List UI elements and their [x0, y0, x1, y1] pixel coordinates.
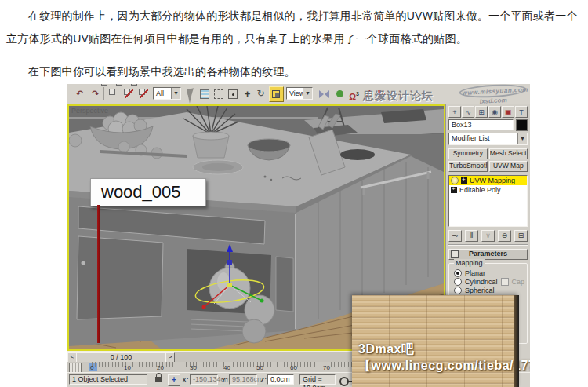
side-panel	[276, 257, 293, 312]
absolute-mode-icon[interactable]: +	[168, 374, 180, 386]
selection-region-icon[interactable]	[212, 87, 224, 100]
window-crossing-icon[interactable]	[227, 87, 238, 100]
select-and-manipulate-icon[interactable]	[334, 87, 346, 100]
modifier-buttons: Symmetry Mesh Select TurboSmooth UVW Map	[448, 148, 528, 172]
z-coordinate-field[interactable]: 0,0cm	[267, 374, 294, 385]
mapping-group-label: Mapping	[454, 259, 485, 267]
uvw-map-button[interactable]: UVW Map	[489, 161, 528, 172]
z-label: Z:	[260, 376, 267, 384]
mirror-icon[interactable]	[318, 87, 330, 100]
stack-row-editable-poly[interactable]: Editable Poly	[449, 185, 527, 195]
motion-tab-icon[interactable]: ◉	[488, 106, 501, 118]
tick-label: 20	[157, 364, 164, 371]
mapping-option-cylindrical[interactable]: Cylindrical Cap	[454, 277, 525, 286]
make-unique-button[interactable]: ∨	[481, 230, 495, 242]
display-tab-icon[interactable]: ▣	[502, 106, 514, 118]
undo-icon[interactable]: ↶	[74, 87, 85, 100]
radio-spherical[interactable]	[454, 287, 462, 294]
texture-name-callout: wood_005	[90, 178, 206, 206]
radio-label: Spherical	[465, 287, 495, 294]
select-and-move-icon[interactable]: +	[241, 87, 253, 100]
cap-checkbox[interactable]	[501, 278, 509, 286]
cap-checkbox-label: Cap	[512, 278, 525, 286]
door-knob	[82, 261, 85, 265]
key-icon[interactable]	[339, 377, 349, 386]
visibility-bulb-icon[interactable]	[451, 177, 459, 184]
modifier-stack: UVW Mapping Editable Poly	[448, 175, 528, 227]
dropdown-arrow-icon[interactable]: ▼	[171, 88, 180, 99]
tick-label: 70	[323, 364, 330, 371]
turbosmooth-button[interactable]: TurboSmooth	[448, 161, 488, 172]
tick-label: 50	[256, 364, 263, 371]
command-panel-tabs: + ∿ ⊞ ◉ ▣ T	[448, 106, 528, 118]
modifier-list-label: Modifier List	[452, 134, 490, 142]
expand-icon[interactable]	[451, 187, 457, 193]
selection-filter-dropdown[interactable]: All ▼	[153, 87, 181, 100]
callout-pointer-line	[97, 205, 100, 343]
radio-planar[interactable]	[454, 269, 462, 277]
viewport-label[interactable]: Perspective	[71, 107, 108, 115]
dropdown-arrow-icon[interactable]: ▼	[303, 88, 312, 99]
pin-stack-button[interactable]: ⊸	[448, 230, 462, 242]
source-caption: 3Dmax吧 【www.linecg.com/tieba/1771】	[358, 341, 530, 374]
remove-modifier-button[interactable]: ⊖	[498, 230, 511, 242]
y-coordinate-field[interactable]: 95,168cm	[229, 374, 257, 385]
tick-label: 30	[190, 364, 197, 371]
collapse-icon[interactable]: -	[451, 250, 459, 258]
utilities-tab-icon[interactable]: T	[515, 106, 528, 118]
select-and-scale-button-active[interactable]	[269, 86, 284, 102]
configure-sets-button[interactable]: ⊟	[514, 230, 528, 242]
y-label: Y:	[221, 376, 227, 384]
paragraph-1: 在纹理的制作上，因为大部分的物体的形状都是相似的，我打算用非常简单的UVW贴图来…	[6, 5, 585, 50]
gizmo-center	[227, 283, 232, 287]
cabinet-door-left	[77, 236, 163, 319]
selection-lock-icon[interactable]	[155, 377, 162, 382]
selection-status: 1 Object Selected	[69, 374, 147, 385]
stack-item-label: UVW Mapping	[470, 177, 515, 184]
snap-glyph: Ω	[349, 92, 356, 101]
object-name-field[interactable]: Box13	[448, 119, 514, 130]
dropdown-arrow-icon[interactable]: ▼	[517, 133, 527, 144]
radio-label: Cylindrical	[465, 278, 498, 286]
article-text: 在纹理的制作上，因为大部分的物体的形状都是相似的，我打算用非常简单的UVW贴图来…	[6, 5, 585, 83]
main-toolbar: ↶ ↷ All ▼ + ↻ View ▼ Ω3 ∠ %	[67, 84, 530, 106]
select-and-rotate-icon[interactable]: ↻	[255, 87, 267, 100]
grid-size-field: Grid = 10,0cm	[299, 374, 336, 385]
gizmo-x-tip	[202, 305, 206, 309]
tick-label: 10	[124, 364, 131, 371]
expand-icon[interactable]	[461, 177, 467, 184]
x-label: X:	[182, 376, 189, 384]
create-tab-icon[interactable]: +	[448, 106, 461, 118]
toolbar-separator	[103, 87, 104, 100]
modifier-list-dropdown[interactable]: Modifier List ▼	[448, 133, 528, 145]
sink-cutout	[340, 149, 375, 160]
mapping-option-planar[interactable]: Planar	[454, 268, 525, 277]
plate[interactable]	[193, 160, 243, 174]
gizmo-z-handle	[227, 260, 232, 265]
gizmo-y-tip	[260, 299, 264, 303]
bind-mark	[140, 89, 148, 98]
modify-tab-icon[interactable]: ∿	[462, 106, 474, 118]
radio-label: Planar	[465, 269, 485, 277]
object-color-swatch[interactable]	[516, 119, 528, 131]
mapping-option-spherical[interactable]: Spherical	[454, 286, 525, 294]
tick-label: 40	[223, 364, 230, 371]
snap-toggle-icon[interactable]: Ω3	[348, 87, 360, 100]
stack-toolbar: ⊸ ‖ ∨ ⊖ ⊟	[448, 229, 528, 246]
reference-coordinate-dropdown[interactable]: View ▼	[286, 87, 313, 100]
stack-row-uvw-mapping[interactable]: UVW Mapping	[449, 176, 527, 185]
unlink-slash	[125, 89, 133, 98]
hierarchy-tab-icon[interactable]: ⊞	[475, 106, 488, 118]
x-coordinate-field[interactable]: -150,134cm	[190, 374, 218, 385]
3dsmax-screenshot: ↶ ↷ All ▼ + ↻ View ▼ Ω3 ∠ %	[67, 84, 530, 387]
tutorial-page: 在纹理的制作上，因为大部分的物体的形状都是相似的，我打算用非常简单的UVW贴图来…	[0, 0, 588, 387]
stack-item-label: Editable Poly	[459, 186, 501, 194]
symmetry-button[interactable]: Symmetry	[448, 148, 488, 159]
wood-texture-preview: 3Dmax吧 【www.linecg.com/tieba/1771】	[352, 295, 519, 387]
paragraph-2: 在下图中你可以看到场景中我选出的各种物体的纹理。	[6, 60, 585, 83]
redo-icon[interactable]: ↷	[89, 87, 101, 100]
show-end-result-button[interactable]: ‖	[465, 230, 478, 242]
radio-cylindrical[interactable]	[454, 278, 462, 286]
mesh-select-button[interactable]: Mesh Select	[489, 148, 528, 159]
parameters-rollout-header[interactable]: - Parameters	[448, 249, 528, 260]
